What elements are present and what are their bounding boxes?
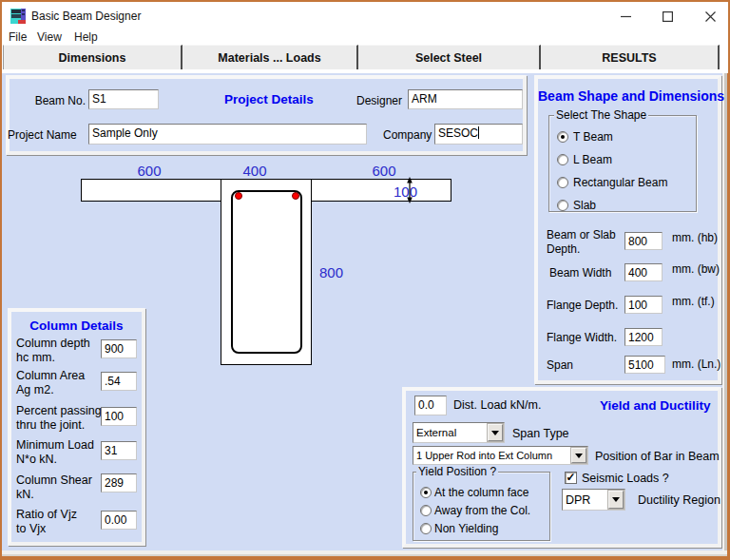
company-input[interactable]: SESOC — [434, 124, 523, 145]
span-label: Span — [547, 358, 573, 372]
radio-slab[interactable] — [557, 200, 568, 211]
column-details-panel: Column Details Column depthhc mm. 900 Co… — [8, 308, 145, 546]
radio-l-beam-label: L Beam — [573, 153, 612, 166]
column-area-input[interactable]: .54 — [101, 372, 137, 391]
ductility-region-combo[interactable]: DPR — [562, 489, 625, 511]
dropdown-arrow-icon — [612, 497, 620, 502]
column-row-label: Ratio of Vjzto Vjx — [16, 508, 77, 536]
flange-width-input[interactable]: 1200 — [624, 328, 663, 346]
radio-rectangular-beam-label: Rectangular Beam — [573, 176, 667, 189]
tab-strip: Dimensions Materials ... Loads Select St… — [2, 45, 728, 73]
minimize-icon — [621, 11, 631, 22]
bar-position-combo[interactable]: 1 Upper Rod into Ext Column — [413, 446, 588, 465]
ratio-vjz-input[interactable]: 0.00 — [101, 511, 137, 530]
gutter-bottom — [2, 550, 727, 556]
dropdown-arrow-icon — [575, 454, 583, 458]
project-name-label: Project Name — [8, 128, 77, 142]
column-row-label: Percent passingthru the joint. — [16, 404, 102, 433]
designer-label: Designer — [356, 94, 402, 107]
select-shape-group-label: Select The Shape — [554, 108, 648, 122]
ductility-region-label: Ductility Region — [638, 493, 720, 507]
yield-ductility-panel: 0.0 Dist. Load kN/m. Yield and Ductility… — [402, 387, 721, 548]
seismic-loads-checkbox[interactable]: ✓ — [565, 472, 577, 484]
beam-depth-input[interactable]: 800 — [624, 232, 663, 250]
company-label: Company — [383, 128, 432, 142]
rebar-right — [292, 192, 299, 200]
maximize-icon — [663, 11, 673, 22]
beam-depth-unit: mm. (hb) — [672, 231, 718, 244]
column-row-label: Column AreaAg m2. — [16, 369, 85, 397]
radio-rectangular-beam[interactable] — [557, 177, 568, 188]
flange-depth-input[interactable]: 100 — [624, 296, 663, 314]
menu-bar: File View Help — [2, 29, 728, 45]
select-shape-group: Select The Shape T Beam L Beam Rectangul… — [548, 115, 697, 212]
radio-t-beam-label: T Beam — [573, 130, 613, 144]
percent-passing-input[interactable]: 100 — [101, 407, 137, 426]
flange-width-label: Flange Width. — [547, 331, 617, 344]
maximize-button[interactable] — [653, 8, 682, 26]
tab-dimensions[interactable]: Dimensions — [3, 45, 182, 69]
beam-stirrup — [231, 190, 302, 354]
tab-results[interactable]: RESULTS — [541, 45, 720, 69]
radio-non-yielding[interactable] — [420, 523, 432, 534]
beam-width-input[interactable]: 400 — [624, 263, 663, 281]
menu-file[interactable]: File — [9, 30, 27, 44]
rebar-left — [235, 192, 242, 200]
tab-materials-loads[interactable]: Materials ... Loads — [182, 45, 358, 69]
bar-position-dropdown-button[interactable] — [571, 448, 586, 463]
dim-flange-right: 600 — [365, 163, 403, 179]
minimize-button[interactable] — [611, 8, 640, 26]
beam-shape-panel: Beam Shape and Dimensions Select The Sha… — [534, 75, 721, 384]
window-title: Basic Beam Designer — [31, 10, 141, 23]
designer-input[interactable]: ARM — [408, 89, 523, 109]
beam-width-unit: mm. (bw) — [672, 262, 720, 276]
beam-depth-label: Beam or SlabDepth. — [547, 228, 616, 257]
yield-position-group-label: Yield Position ? — [416, 465, 498, 478]
dist-load-label: Dist. Load kN/m. — [453, 398, 541, 412]
column-row-label: Column depthhc mm. — [16, 337, 90, 365]
dim-flange-left: 600 — [130, 163, 168, 179]
menu-view[interactable]: View — [37, 30, 62, 44]
radio-at-column-face[interactable] — [420, 487, 432, 498]
column-details-title: Column Details — [11, 319, 142, 333]
radio-non-yielding-label: Non Yielding — [434, 522, 498, 535]
span-type-label: Span Type — [512, 427, 569, 440]
span-type-dropdown-button[interactable] — [488, 424, 503, 441]
project-name-input[interactable]: Sample Only — [88, 124, 367, 145]
text-caret — [478, 126, 479, 139]
column-row-label: Column ShearkN. — [16, 473, 92, 502]
dim-web-width: 400 — [236, 163, 274, 179]
radio-t-beam[interactable] — [557, 131, 568, 143]
ductility-dropdown-button[interactable] — [608, 491, 624, 509]
project-details-title: Project Details — [224, 92, 314, 106]
beam-no-label: Beam No. — [17, 94, 86, 107]
close-button[interactable] — [696, 8, 724, 26]
flange-depth-arrow — [405, 177, 414, 203]
span-type-combo[interactable]: External — [413, 422, 505, 443]
bar-position-label: Position of Bar in Beam — [595, 450, 720, 463]
gutter-right — [722, 73, 727, 556]
yield-position-group: Yield Position ? At the column face Away… — [413, 472, 550, 541]
radio-away-from-col[interactable] — [420, 505, 432, 516]
yield-ductility-title: Yield and Ductility — [600, 398, 711, 413]
span-unit: mm. (Ln.) — [672, 357, 720, 371]
radio-l-beam[interactable] — [557, 154, 568, 165]
span-input[interactable]: 5100 — [624, 356, 665, 374]
dropdown-arrow-icon — [491, 431, 499, 435]
window-border-bottom — [0, 556, 730, 560]
dim-beam-depth: 800 — [319, 264, 343, 280]
beam-no-input[interactable]: S1 — [88, 89, 159, 109]
menu-help[interactable]: Help — [74, 30, 98, 44]
column-shear-input[interactable]: 289 — [101, 473, 137, 492]
tab-select-steel[interactable]: Select Steel — [358, 45, 541, 69]
beam-shape-title: Beam Shape and Dimensions — [538, 88, 718, 104]
dist-load-input[interactable]: 0.0 — [414, 396, 447, 415]
seismic-loads-label: Seismic Loads ? — [582, 472, 669, 485]
minimum-load-input[interactable]: 31 — [101, 441, 137, 460]
title-bar: Basic Beam Designer — [2, 2, 728, 29]
project-details-panel: Beam No. S1 Project Details Designer ARM… — [6, 75, 527, 155]
column-depth-input[interactable]: 900 — [101, 339, 137, 358]
radio-away-from-col-label: Away from the Col. — [434, 504, 530, 517]
radio-at-column-face-label: At the column face — [434, 486, 528, 499]
flange-depth-label: Flange Depth. — [547, 299, 618, 312]
